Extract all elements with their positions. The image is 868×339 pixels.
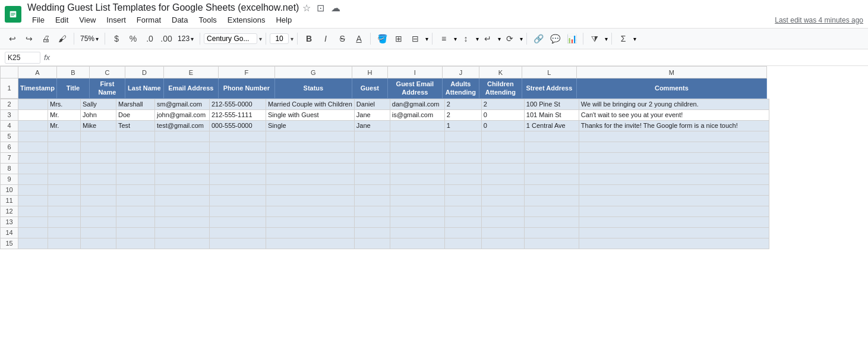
cell-4-6[interactable]: Single <box>266 120 355 131</box>
cell-11-10[interactable] <box>481 195 524 206</box>
cell-11-9[interactable] <box>444 195 481 206</box>
font-size-input[interactable] <box>270 33 289 44</box>
cell-14-8[interactable] <box>390 227 444 238</box>
cell-5-8[interactable] <box>390 131 444 142</box>
cell-5-12[interactable] <box>579 131 769 142</box>
cell-7-3[interactable] <box>116 152 155 163</box>
cell-5-2[interactable] <box>81 131 116 142</box>
cell-11-6[interactable] <box>266 195 355 206</box>
cell-11-0[interactable] <box>18 195 48 206</box>
percent-button[interactable]: % <box>125 31 141 46</box>
cell-8-5[interactable] <box>210 163 266 174</box>
col-i-header[interactable]: I <box>387 67 442 79</box>
cell-15-6[interactable] <box>266 238 355 249</box>
cell-3-9[interactable]: 2 <box>444 109 481 120</box>
cell-4-1[interactable]: Mr. <box>48 120 81 131</box>
cell-10-2[interactable] <box>81 184 116 195</box>
menu-view[interactable]: View <box>74 14 100 26</box>
cell-15-4[interactable] <box>155 238 210 249</box>
cell-8-1[interactable] <box>48 163 81 174</box>
cell-14-12[interactable] <box>579 227 769 238</box>
cell-10-10[interactable] <box>481 184 524 195</box>
cloud-icon[interactable]: ☁ <box>331 2 342 13</box>
cell-12-6[interactable] <box>266 206 355 216</box>
cell-3-11[interactable]: 101 Main St <box>524 109 579 120</box>
cell-14-4[interactable] <box>155 227 210 238</box>
cell-2-8[interactable]: dan@gmail.com <box>390 99 444 109</box>
cell-5-0[interactable] <box>18 131 48 142</box>
bold-button[interactable]: B <box>301 31 317 46</box>
undo-button[interactable]: ↩ <box>5 31 20 46</box>
cell-6-3[interactable] <box>116 142 155 152</box>
cell-10-7[interactable] <box>354 184 390 195</box>
cell-7-0[interactable] <box>18 152 48 163</box>
cell-7-2[interactable] <box>81 152 116 163</box>
cell-10-6[interactable] <box>266 184 355 195</box>
cell-2-3[interactable]: Marshall <box>116 99 155 109</box>
cell-8-3[interactable] <box>116 163 155 174</box>
menu-format[interactable]: Format <box>132 14 166 26</box>
cell-2-9[interactable]: 2 <box>444 99 481 109</box>
cell-14-2[interactable] <box>81 227 116 238</box>
cell-9-3[interactable] <box>116 174 155 184</box>
header-comments[interactable]: Comments <box>576 79 766 99</box>
chart-button[interactable]: 📊 <box>564 31 579 46</box>
cell-5-7[interactable] <box>354 131 390 142</box>
paint-format-button[interactable]: 🖌 <box>55 31 70 46</box>
cell-12-11[interactable] <box>524 206 579 216</box>
cell-3-1[interactable]: Mr. <box>48 109 81 120</box>
cell-10-12[interactable] <box>579 184 769 195</box>
cell-7-7[interactable] <box>354 152 390 163</box>
cell-12-0[interactable] <box>18 206 48 216</box>
cell-7-4[interactable] <box>155 152 210 163</box>
strikethrough-button[interactable]: S <box>334 31 350 46</box>
cell-9-4[interactable] <box>155 174 210 184</box>
cell-2-7[interactable]: Daniel <box>354 99 390 109</box>
cell-4-0[interactable] <box>18 120 48 131</box>
menu-data[interactable]: Data <box>167 14 192 26</box>
cell-15-1[interactable] <box>48 238 81 249</box>
cell-5-6[interactable] <box>266 131 355 142</box>
col-f-header[interactable]: F <box>218 67 274 79</box>
cell-6-6[interactable] <box>266 142 355 152</box>
cell-11-11[interactable] <box>524 195 579 206</box>
cell-11-3[interactable] <box>116 195 155 206</box>
cell-15-3[interactable] <box>116 238 155 249</box>
cell-3-6[interactable]: Single with Guest <box>266 109 355 120</box>
cell-13-6[interactable] <box>266 216 355 227</box>
cell-14-6[interactable] <box>266 227 355 238</box>
cell-4-12[interactable]: Thanks for the invite! The Google form i… <box>579 120 769 131</box>
menu-help[interactable]: Help <box>271 14 296 26</box>
format-number-dropdown[interactable]: 123 ▾ <box>175 33 196 44</box>
print-button[interactable]: 🖨 <box>38 31 53 46</box>
cell-12-5[interactable] <box>210 206 266 216</box>
cell-3-8[interactable]: is@gmail.com <box>390 109 444 120</box>
header-children[interactable]: Children Attending <box>479 79 522 99</box>
cell-2-0[interactable] <box>18 99 48 109</box>
col-j-header[interactable]: J <box>442 67 479 79</box>
align-button[interactable]: ≡ <box>436 31 452 46</box>
cell-14-11[interactable] <box>524 227 579 238</box>
header-first-name[interactable]: First Name <box>89 79 125 99</box>
currency-button[interactable]: $ <box>109 31 124 46</box>
cell-10-0[interactable] <box>18 184 48 195</box>
header-guest-email[interactable]: Guest Email Address <box>387 79 442 99</box>
cell-13-10[interactable] <box>481 216 524 227</box>
rotate-button[interactable]: ⟳ <box>502 31 517 46</box>
italic-button[interactable]: I <box>318 31 333 46</box>
col-e-header[interactable]: E <box>163 67 218 79</box>
cell-14-3[interactable] <box>116 227 155 238</box>
cell-12-8[interactable] <box>390 206 444 216</box>
cell-2-10[interactable]: 2 <box>481 99 524 109</box>
underline-button[interactable]: A <box>351 31 367 46</box>
cell-2-4[interactable]: sm@gmail.com <box>155 99 210 109</box>
cell-11-7[interactable] <box>354 195 390 206</box>
cell-14-0[interactable] <box>18 227 48 238</box>
cell-9-10[interactable] <box>481 174 524 184</box>
header-adults[interactable]: Adults Attending <box>442 79 479 99</box>
cell-3-0[interactable] <box>18 109 48 120</box>
cell-4-2[interactable]: Mike <box>81 120 116 131</box>
cell-5-4[interactable] <box>155 131 210 142</box>
cell-4-8[interactable] <box>390 120 444 131</box>
cell-12-12[interactable] <box>579 206 769 216</box>
